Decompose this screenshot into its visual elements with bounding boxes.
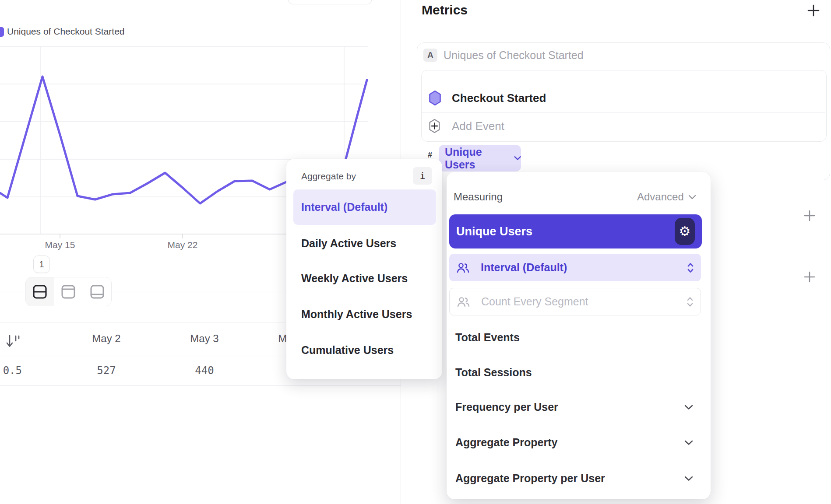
table-header-cell[interactable]: May 3 (169, 332, 239, 345)
top-row-icon (61, 284, 76, 299)
event-hexagon-icon (429, 90, 441, 106)
advanced-toggle[interactable]: Advanced (637, 191, 696, 203)
advanced-label: Advanced (637, 191, 684, 203)
measuring-option[interactable]: Frequency per User (455, 401, 558, 414)
event-name[interactable]: Checkout Started (452, 92, 546, 104)
chevron-down-icon[interactable] (684, 476, 693, 481)
measure-pill-button[interactable]: Unique Users (439, 145, 521, 172)
metric-title[interactable]: Uniques of Checkout Started (444, 49, 584, 61)
measuring-row-interval[interactable]: Interval (Default) (449, 254, 701, 281)
metrics-section-title: Metrics (422, 3, 468, 18)
table-column-divider (34, 322, 34, 385)
add-breakdown-icon[interactable] (804, 271, 815, 283)
layout-table-bottom-button[interactable] (83, 277, 111, 306)
x-axis-label: May 15 (34, 240, 86, 250)
measure-pill-label: Unique Users (445, 146, 509, 171)
analytics-app: Uniques of Checkout Started May 15 May 2… (0, 0, 831, 504)
info-icon[interactable]: i (413, 167, 432, 185)
measuring-row-count-segment[interactable]: Count Every Segment (449, 288, 701, 315)
add-filter-icon[interactable] (804, 210, 815, 221)
measure-type-symbol: # (428, 150, 432, 160)
layout-split-button[interactable] (26, 277, 54, 306)
toolbar-pill-cutoff[interactable] (288, 0, 372, 4)
chevron-down-icon (688, 195, 696, 200)
up-down-chevrons-icon (687, 262, 694, 273)
add-metric-icon[interactable] (807, 4, 820, 17)
x-axis-label: May 22 (156, 240, 209, 250)
legend-label: Uniques of Checkout Started (7, 26, 125, 37)
add-event-icon[interactable] (429, 119, 440, 133)
table-cell: 440 (169, 364, 239, 377)
metric-letter-badge: A (423, 49, 437, 62)
users-icon (456, 262, 469, 273)
add-event-label[interactable]: Add Event (452, 120, 504, 132)
measure-settings-button[interactable]: ⚙ (675, 218, 695, 245)
chevron-down-icon[interactable] (684, 405, 693, 410)
count-segment-row-label: Count Every Segment (481, 295, 588, 308)
users-icon (457, 296, 470, 308)
layout-toggle-group (25, 277, 112, 306)
measuring-option[interactable]: Aggregate Property per User (455, 472, 605, 485)
split-rows-icon (32, 284, 47, 299)
layout-chart-top-button[interactable] (54, 277, 82, 306)
table-border-bottom (0, 385, 401, 386)
gear-icon: ⚙ (679, 225, 691, 238)
measuring-primary-label: Unique Users (456, 225, 532, 238)
interval-row-label: Interval (Default) (481, 261, 567, 274)
measuring-option[interactable]: Aggregate Property (455, 436, 557, 449)
chevron-down-icon (514, 156, 521, 161)
series-count-badge[interactable]: 1 (33, 256, 50, 273)
chevron-down-icon[interactable] (684, 440, 693, 445)
aggregate-option[interactable]: Monthly Active Users (301, 308, 412, 321)
aggregate-option-selected[interactable]: Interval (Default) (293, 189, 436, 225)
legend-swatch (0, 27, 4, 37)
up-down-chevrons-icon (687, 297, 694, 307)
event-row-divider (422, 112, 825, 113)
table-cell: 527 (71, 364, 141, 377)
aggregate-option[interactable]: Weekly Active Users (301, 272, 408, 285)
table-row-label: 0.5 (0, 364, 22, 377)
measuring-option[interactable]: Total Events (455, 331, 520, 344)
bottom-row-icon (90, 284, 105, 299)
aggregate-by-title: Aggregate by (301, 171, 356, 182)
measuring-primary-button[interactable]: Unique Users (449, 214, 702, 248)
measuring-title: Measuring (454, 191, 503, 203)
aggregate-option[interactable]: Cumulative Users (301, 344, 394, 357)
sort-icon[interactable] (5, 334, 23, 350)
measuring-option[interactable]: Total Sessions (455, 366, 532, 379)
table-header-cell[interactable]: May 2 (71, 332, 141, 345)
aggregate-option[interactable]: Daily Active Users (301, 237, 396, 250)
